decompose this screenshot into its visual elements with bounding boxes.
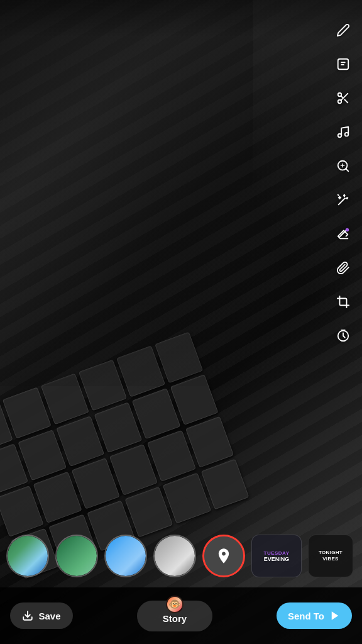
filter-tonight-vibes[interactable]: TONIGHTVIBES: [308, 535, 353, 577]
save-button[interactable]: Save: [10, 602, 73, 629]
filter-nature2[interactable]: [55, 535, 98, 577]
filter-mountain[interactable]: [153, 535, 196, 577]
send-label: Send To: [288, 611, 324, 621]
location-icon: [215, 547, 233, 565]
filter-location-pin[interactable]: [202, 535, 245, 577]
filter-tuesday-evening[interactable]: TUESDAY EVENING: [251, 535, 302, 577]
filter-row: TUESDAY EVENING TONIGHTVIBES: [0, 531, 362, 581]
svg-marker-9: [332, 611, 339, 620]
magic-wand-tool[interactable]: [332, 189, 354, 211]
svg-point-6: [346, 229, 349, 231]
crop-tool[interactable]: [332, 291, 354, 313]
svg-point-3: [338, 134, 342, 138]
story-button[interactable]: 🐵 Story: [137, 601, 212, 631]
bottom-bar: Save 🐵 Story Send To: [0, 587, 362, 644]
eraser-sparkle-tool[interactable]: [332, 223, 354, 245]
sticker-tool[interactable]: [332, 53, 354, 75]
story-label: Story: [163, 613, 187, 624]
filter-tonight-label: TONIGHTVIBES: [316, 547, 345, 564]
paperclip-tool[interactable]: [332, 257, 354, 279]
save-label: Save: [38, 611, 60, 621]
scissors-tool[interactable]: [332, 87, 354, 109]
draw-tool[interactable]: [332, 19, 354, 42]
filter-nature1[interactable]: [6, 535, 49, 577]
music-tool[interactable]: [332, 121, 354, 143]
filter-tuesday-label: TUESDAY: [264, 550, 290, 556]
send-arrow-icon: [329, 610, 341, 621]
search-sparkle-tool[interactable]: [332, 155, 354, 177]
top-overlay: [0, 0, 362, 38]
filter-evening-label: EVENING: [264, 556, 290, 562]
story-avatar: 🐵: [166, 596, 184, 613]
download-icon: [22, 610, 33, 621]
send-to-button[interactable]: Send To: [277, 602, 352, 629]
timer-tool[interactable]: [332, 325, 354, 347]
right-toolbar: [332, 19, 354, 347]
svg-point-4: [345, 133, 349, 136]
filter-nature3[interactable]: [104, 535, 147, 577]
